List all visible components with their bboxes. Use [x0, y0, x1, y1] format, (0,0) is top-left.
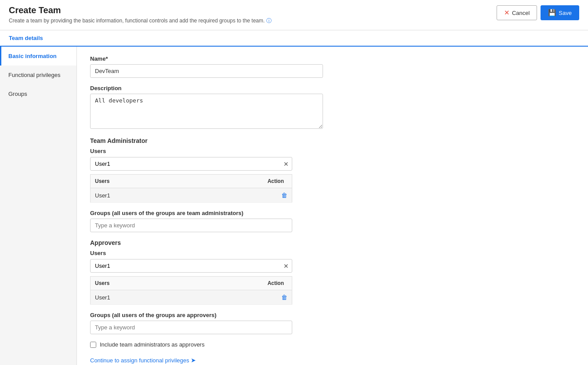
page-title: Create Team — [9, 5, 272, 15]
approver-user-name: User1 — [91, 290, 182, 305]
tab-bar: Team details — [0, 30, 588, 47]
name-input[interactable] — [90, 64, 323, 78]
approvers-groups-wrap: Groups (all users of the groups are appr… — [90, 312, 292, 334]
page-subtitle: Create a team by providing the basic inf… — [9, 17, 272, 25]
cancel-icon: ✕ — [504, 9, 510, 17]
header-buttons: ✕ Cancel 💾 Save — [497, 5, 579, 20]
main-layout: Basic information Functional privileges … — [0, 47, 588, 365]
approver-user-clear-button[interactable]: ✕ — [283, 263, 289, 270]
approvers-users-table: Users Action User1 🗑 — [90, 276, 292, 305]
cancel-button[interactable]: ✕ Cancel — [497, 5, 537, 20]
approvers-header: Approvers — [90, 239, 575, 246]
sidebar-item-basic-information[interactable]: Basic information — [0, 47, 76, 66]
description-group: Description All developers — [90, 85, 575, 130]
page-header: Create Team Create a team by providing t… — [0, 0, 588, 30]
header-title-section: Create Team Create a team by providing t… — [9, 5, 272, 25]
tab-team-details[interactable]: Team details — [9, 30, 43, 47]
approver-user-delete-cell: 🗑 — [182, 290, 292, 305]
approver-user-input[interactable] — [90, 259, 292, 273]
approvers-users-col-header: Users — [91, 277, 182, 290]
sidebar-item-groups[interactable]: Groups — [0, 84, 76, 103]
admin-groups-wrap: Groups (all users of the groups are team… — [90, 210, 292, 232]
users-col-header: Users — [91, 175, 182, 188]
admin-user-clear-button[interactable]: ✕ — [283, 161, 289, 168]
approver-user-delete-icon[interactable]: 🗑 — [281, 294, 287, 301]
form-content: Name* Description All developers Team Ad… — [77, 47, 588, 365]
description-label: Description — [90, 85, 575, 91]
approvers-users-sub-header: Users — [90, 250, 575, 256]
approvers-groups-label: Groups (all users of the groups are appr… — [90, 312, 292, 318]
table-row: User1 🗑 — [91, 290, 292, 305]
approver-user-input-wrap: ✕ — [90, 259, 292, 273]
approvers-groups-input[interactable] — [90, 321, 292, 334]
admin-users-table: Users Action User1 🗑 — [90, 174, 292, 203]
save-button[interactable]: 💾 Save — [541, 5, 579, 20]
continue-arrow-icon: ➤ — [191, 357, 196, 364]
admin-user-name: User1 — [91, 188, 182, 203]
help-icon[interactable]: ⓘ — [266, 18, 272, 24]
admin-user-input-wrap: ✕ — [90, 157, 292, 171]
include-admins-checkbox[interactable] — [90, 342, 96, 348]
sidebar: Basic information Functional privileges … — [0, 47, 77, 365]
table-row: User1 🗑 — [91, 188, 292, 203]
approvers-action-col-header: Action — [182, 277, 292, 290]
team-administrator-header: Team Administrator — [90, 137, 575, 144]
name-group: Name* — [90, 55, 575, 78]
save-icon: 💾 — [548, 9, 556, 17]
admin-groups-input[interactable] — [90, 219, 292, 232]
sidebar-item-functional-privileges[interactable]: Functional privileges — [0, 66, 76, 84]
continue-link[interactable]: Continue to assign functional privileges… — [90, 357, 196, 364]
admin-user-delete-icon[interactable]: 🗑 — [281, 192, 287, 199]
include-admins-row: Include team administrators as approvers — [90, 341, 575, 348]
name-label: Name* — [90, 55, 575, 62]
admin-users-sub-header: Users — [90, 148, 575, 154]
description-textarea[interactable]: All developers — [90, 94, 323, 129]
include-admins-label: Include team administrators as approvers — [100, 341, 204, 348]
admin-groups-label: Groups (all users of the groups are team… — [90, 210, 292, 216]
admin-user-delete-cell: 🗑 — [182, 188, 292, 203]
action-col-header: Action — [182, 175, 292, 188]
admin-user-input[interactable] — [90, 157, 292, 171]
